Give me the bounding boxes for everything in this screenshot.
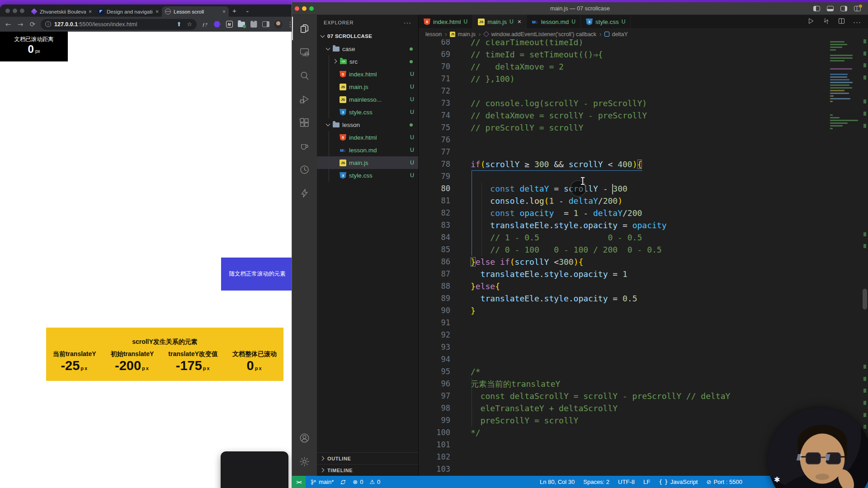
- toggle-secondary-sidebar-icon[interactable]: [840, 6, 847, 11]
- symbol-event-icon: [483, 31, 489, 37]
- file-tree-item[interactable]: case: [317, 42, 418, 55]
- code-line: const deltaScrollY = scrollY - preScroll…: [471, 390, 825, 402]
- status-item-spaces-2[interactable]: Spaces: 2: [583, 479, 609, 485]
- status-item-ln-80-col-30[interactable]: Ln 80, Col 30: [540, 479, 575, 485]
- file-tree-item[interactable]: JSmain.jsU: [317, 80, 418, 93]
- extension-hexagon-icon[interactable]: [213, 20, 221, 28]
- breadcrumb-item[interactable]: JSmain.js: [450, 31, 476, 38]
- tab-search-button[interactable]: ⌄: [245, 8, 250, 14]
- file-tree-item[interactable]: JSmain.jsU: [317, 156, 418, 169]
- extension-notion-icon[interactable]: N: [225, 20, 233, 28]
- file-tree-item[interactable]: 5index.htmlU: [317, 131, 418, 144]
- browser-window-controls[interactable]: [5, 9, 24, 13]
- browser-viewport[interactable]: 文档已滚动距离 0px 随文档正常滚动的元素 scrollY发生关系的元素 当前…: [0, 32, 298, 488]
- file-tree-item[interactable]: M↓lesson.mdU: [317, 144, 418, 156]
- extension-fn-icon[interactable]: ƒ?: [201, 20, 209, 28]
- git-status-badge: U: [571, 19, 576, 25]
- file-tree-item[interactable]: 3style.cssU: [317, 169, 418, 182]
- breadcrumb-item[interactable]: deltaY: [604, 31, 627, 38]
- triangle-favicon-icon: [98, 9, 104, 14]
- browser-tab-title: Design and navigation alo: [107, 9, 153, 14]
- browser-tab[interactable]: Design and navigation alo×: [95, 6, 162, 17]
- file-tree: 07 SCROLLCASEcasesrc5index.htmlUJSmain.j…: [317, 30, 418, 182]
- code-lines[interactable]: // clearTimeout(timeId)// timeId = setTi…: [471, 39, 825, 475]
- forward-icon[interactable]: →: [16, 20, 24, 28]
- browser-tab[interactable]: Lesson scroll×: [162, 6, 229, 17]
- more-icon[interactable]: ···: [853, 18, 861, 26]
- explorer-more-icon[interactable]: ···: [404, 19, 411, 26]
- extensions-puzzle-icon[interactable]: [250, 20, 258, 28]
- js-file-icon: JS: [478, 19, 485, 25]
- panel-section-timeline[interactable]: TIMELINE: [317, 464, 418, 476]
- file-tree-item[interactable]: lesson: [317, 118, 418, 131]
- tab-close-icon[interactable]: ×: [518, 18, 521, 25]
- file-tree-root[interactable]: 07 SCROLLCASE: [317, 30, 418, 42]
- busy-cursor: ✱: [774, 475, 780, 484]
- toggle-primary-sidebar-icon[interactable]: [813, 6, 820, 11]
- tab-close-icon[interactable]: ×: [89, 9, 92, 15]
- share-icon[interactable]: ⬆: [176, 21, 181, 28]
- toggle-panel-icon[interactable]: [827, 6, 834, 11]
- status-item-port-5500[interactable]: ⊘Port : 5500: [706, 479, 742, 485]
- code-editor[interactable]: 6869707172737475767778798081828384858687…: [419, 39, 868, 476]
- status-item-utf-8[interactable]: UTF-8: [618, 479, 635, 485]
- panel-section-outline[interactable]: OUTLINE: [317, 452, 418, 464]
- thunder-client-icon[interactable]: [292, 181, 317, 205]
- git-status-badge: U: [410, 71, 414, 77]
- file-tree-item[interactable]: 5index.htmlU: [317, 68, 418, 80]
- site-info-icon[interactable]: i: [45, 21, 51, 27]
- new-tab-button[interactable]: +: [232, 7, 236, 14]
- customize-layout-icon[interactable]: [854, 6, 861, 11]
- editor-gutter: 6869707172737475767778798081828384858687…: [419, 39, 450, 475]
- tab-close-icon[interactable]: ×: [222, 9, 226, 15]
- run-icon[interactable]: [807, 17, 815, 27]
- reload-icon[interactable]: ⟳: [28, 20, 37, 28]
- status-item-0[interactable]: ⊗0: [353, 479, 363, 485]
- status-item-main-[interactable]: main*: [310, 479, 334, 485]
- breadcrumb-item[interactable]: lesson: [425, 31, 442, 38]
- status-item-javascript[interactable]: { }JavaScript: [659, 479, 698, 485]
- folder-icon: [340, 59, 347, 64]
- timeline-icon[interactable]: [292, 158, 317, 181]
- editor-scrollbar-thumb[interactable]: [863, 289, 867, 310]
- editor-tab[interactable]: 3style.cssU: [581, 15, 631, 28]
- code-line: [471, 85, 825, 97]
- code-line: [471, 353, 825, 366]
- browser-tab[interactable]: Zhvanetskii Boulevard, Uk×: [28, 6, 95, 17]
- tab-close-icon[interactable]: ×: [156, 9, 159, 15]
- file-tree-item[interactable]: 3style.cssU: [317, 106, 418, 118]
- status-item[interactable]: [340, 479, 346, 485]
- file-tree-item[interactable]: src: [317, 55, 418, 68]
- status-item-0[interactable]: ⚠0: [369, 479, 380, 485]
- bookmark-star-icon[interactable]: ☆: [187, 21, 192, 28]
- globe-favicon-icon: [165, 9, 171, 14]
- file-tree-item[interactable]: JSmainlesso...U: [317, 93, 418, 106]
- remote-explorer-icon[interactable]: [292, 40, 317, 64]
- search-icon[interactable]: [292, 64, 317, 87]
- account-icon[interactable]: [292, 426, 317, 450]
- vscode-title-bar[interactable]: main.js — 07 scrollcase: [292, 2, 868, 15]
- sidebar-toggle-icon[interactable]: [262, 20, 270, 28]
- settings-icon[interactable]: [292, 450, 317, 473]
- live-server-icon[interactable]: [292, 134, 317, 158]
- folder-icon: [333, 122, 340, 127]
- editor-tab[interactable]: JSmain.jsU×: [473, 15, 527, 28]
- explorer-icon[interactable]: [292, 17, 317, 40]
- run-debug-icon[interactable]: [292, 87, 317, 111]
- split-editor-icon[interactable]: [838, 17, 845, 27]
- editor-tab[interactable]: M↓lesson.mdU: [527, 15, 581, 28]
- extensions-icon[interactable]: [292, 111, 317, 134]
- remote-indicator[interactable]: ><: [292, 476, 306, 488]
- css-file-icon: 3: [586, 19, 593, 25]
- compare-icon[interactable]: [822, 17, 830, 27]
- back-icon[interactable]: ←: [4, 20, 12, 28]
- git-status-badge: U: [410, 84, 414, 90]
- status-item-lf[interactable]: LF: [643, 479, 650, 485]
- bracket-scope-guide-horizontal: [472, 170, 642, 171]
- profile-avatar[interactable]: [274, 20, 282, 28]
- address-bar[interactable]: i 127.0.0.1:5500/lesson/index.html ⬆ ☆: [41, 19, 197, 30]
- extension-folder-icon[interactable]: [237, 20, 245, 28]
- breadcrumb-item[interactable]: window.addEventListener('scroll') callba…: [484, 31, 596, 38]
- bracket-scope-guide-vertical: [472, 170, 472, 256]
- editor-tab[interactable]: 5index.htmlU: [419, 15, 473, 28]
